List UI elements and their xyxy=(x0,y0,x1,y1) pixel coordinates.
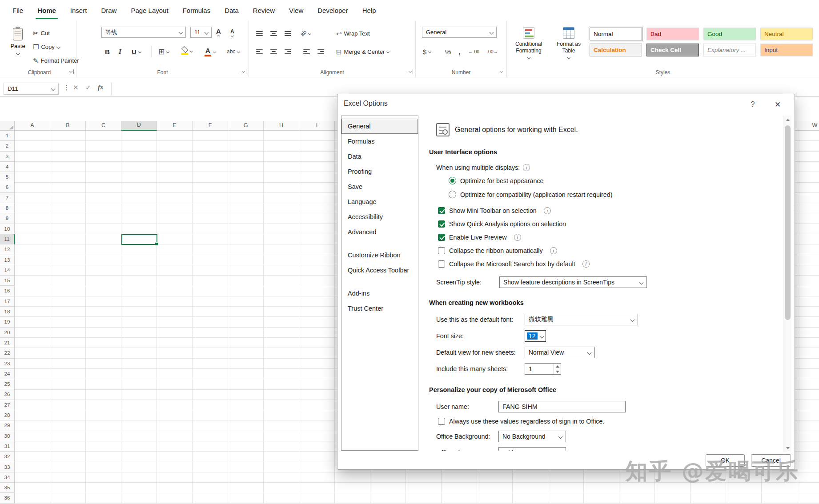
row-header-6[interactable]: 6 xyxy=(0,182,15,192)
number-format-select[interactable]: General xyxy=(422,27,497,38)
name-box[interactable]: D11 xyxy=(4,83,59,95)
column-header-W[interactable]: W xyxy=(797,121,819,131)
default-font-select[interactable]: 微软雅黑 xyxy=(525,314,638,325)
checkbox-mini-toolbar[interactable] xyxy=(438,207,445,214)
dialog-nav-quick-access-toolbar[interactable]: Quick Access Toolbar xyxy=(341,263,418,278)
alignment-dialog-launcher[interactable] xyxy=(408,69,413,74)
column-header-E[interactable]: E xyxy=(157,121,193,131)
row-header-4[interactable]: 4 xyxy=(0,162,15,172)
row-header-8[interactable]: 8 xyxy=(0,203,15,213)
column-header-B[interactable]: B xyxy=(50,121,86,131)
dialog-nav-proofing[interactable]: Proofing xyxy=(341,164,418,179)
default-view-select[interactable]: Normal View xyxy=(525,347,595,358)
paste-button[interactable]: Paste xyxy=(6,25,29,71)
row-header-9[interactable]: 9 xyxy=(0,213,15,224)
column-header-C[interactable]: C xyxy=(86,121,121,131)
checkbox-quick-analysis[interactable] xyxy=(438,220,445,228)
cut-button[interactable]: ✂ Cut xyxy=(33,27,50,39)
wrap-text-button[interactable]: ↩ Wrap Text xyxy=(336,28,370,39)
align-bottom-button[interactable] xyxy=(285,28,291,39)
row-header-15[interactable]: 15 xyxy=(0,276,15,286)
office-background-select[interactable]: No Background xyxy=(498,431,566,442)
screentip-style-select[interactable]: Show feature descriptions in ScreenTips xyxy=(499,276,647,288)
selected-cell[interactable] xyxy=(121,234,157,245)
row-header-3[interactable]: 3 xyxy=(0,152,15,162)
dialog-close-button[interactable]: ✕ xyxy=(771,98,785,111)
dialog-nav-data[interactable]: Data xyxy=(341,149,418,164)
number-dialog-launcher[interactable] xyxy=(499,69,504,74)
dialog-nav-formulas[interactable]: Formulas xyxy=(341,134,418,149)
row-header-29[interactable]: 29 xyxy=(0,420,15,431)
row-header-13[interactable]: 13 xyxy=(0,255,15,265)
underline-button[interactable]: U xyxy=(132,46,141,57)
row-header-24[interactable]: 24 xyxy=(0,369,15,379)
menu-tab-view[interactable]: View xyxy=(282,0,310,21)
percent-style-button[interactable]: % xyxy=(445,46,451,57)
column-header-I[interactable]: I xyxy=(299,121,335,131)
menu-tab-insert[interactable]: Insert xyxy=(63,0,94,21)
row-header-5[interactable]: 5 xyxy=(0,172,15,182)
bold-button[interactable]: B xyxy=(105,46,110,57)
row-header-36[interactable]: 36 xyxy=(0,493,15,503)
row-header-26[interactable]: 26 xyxy=(0,389,15,400)
merge-center-button[interactable]: ⊟ Merge & Center xyxy=(336,46,389,57)
decrease-indent-button[interactable] xyxy=(303,46,310,57)
menu-tab-data[interactable]: Data xyxy=(217,0,246,21)
row-header-30[interactable]: 30 xyxy=(0,431,15,441)
menu-tab-draw[interactable]: Draw xyxy=(94,0,124,21)
checkbox-live-preview[interactable] xyxy=(438,234,445,241)
row-header-10[interactable]: 10 xyxy=(0,224,15,234)
format-painter-button[interactable]: ✎ Format Painter xyxy=(33,55,79,66)
row-header-27[interactable]: 27 xyxy=(0,400,15,410)
comma-style-button[interactable]: , xyxy=(458,46,460,57)
dialog-nav-general[interactable]: General xyxy=(341,119,418,134)
scrollbar-down-button[interactable] xyxy=(783,444,792,452)
checkbox-collapse-search[interactable] xyxy=(438,260,445,268)
row-header-2[interactable]: 2 xyxy=(0,141,15,151)
dialog-nav-trust-center[interactable]: Trust Center xyxy=(341,301,418,316)
copy-button[interactable]: ❐ Copy xyxy=(33,41,60,52)
menu-tab-review[interactable]: Review xyxy=(246,0,282,21)
align-left-button[interactable] xyxy=(256,46,263,57)
cell-style-bad[interactable]: Bad xyxy=(646,28,699,40)
dialog-nav-customize-ribbon[interactable]: Customize Ribbon xyxy=(341,248,418,263)
font-size-combo[interactable]: 11 xyxy=(190,27,212,38)
align-center-button[interactable] xyxy=(270,46,277,57)
office-theme-select[interactable]: White xyxy=(498,447,566,451)
align-top-button[interactable] xyxy=(256,28,263,39)
sheets-count-spinner[interactable]: 1 xyxy=(525,363,561,375)
row-header-31[interactable]: 31 xyxy=(0,441,15,452)
mini-toolbar-info-icon[interactable]: i xyxy=(544,207,551,214)
column-header-D[interactable]: D xyxy=(121,121,157,131)
menu-tab-developer[interactable]: Developer xyxy=(310,0,355,21)
row-header-19[interactable]: 19 xyxy=(0,317,15,327)
row-header-28[interactable]: 28 xyxy=(0,410,15,420)
cell-style-input[interactable]: Input xyxy=(760,44,813,56)
row-header-33[interactable]: 33 xyxy=(0,462,15,472)
user-name-input[interactable]: FANG SIHM xyxy=(498,401,626,412)
menu-tab-file[interactable]: File xyxy=(5,0,30,21)
menu-tab-formulas[interactable]: Formulas xyxy=(176,0,218,21)
cell-style-normal[interactable]: Normal xyxy=(590,28,642,40)
formula-cancel-button[interactable]: ✕ xyxy=(73,84,79,92)
select-all-corner[interactable] xyxy=(0,121,15,131)
row-header-1[interactable]: 1 xyxy=(0,131,15,141)
spinner-arrows[interactable] xyxy=(554,364,561,374)
displays-info-icon[interactable]: i xyxy=(523,164,530,171)
cell-style-calculation[interactable]: Calculation xyxy=(590,44,642,56)
row-header-11[interactable]: 11 xyxy=(0,234,15,244)
clipboard-dialog-launcher[interactable] xyxy=(69,69,74,74)
dialog-scrollbar[interactable] xyxy=(783,116,791,452)
column-header-G[interactable]: G xyxy=(228,121,264,131)
row-header-20[interactable]: 20 xyxy=(0,328,15,338)
collapse-ribbon-info-icon[interactable]: i xyxy=(550,247,557,254)
live-preview-info-icon[interactable]: i xyxy=(514,234,521,241)
conditional-formatting-button[interactable]: Conditional Formatting xyxy=(510,24,547,72)
row-header-21[interactable]: 21 xyxy=(0,338,15,348)
row-header-32[interactable]: 32 xyxy=(0,452,15,462)
row-header-16[interactable]: 16 xyxy=(0,286,15,296)
row-header-34[interactable]: 34 xyxy=(0,472,15,483)
align-right-button[interactable] xyxy=(285,46,291,57)
row-header-7[interactable]: 7 xyxy=(0,193,15,203)
dialog-nav-accessibility[interactable]: Accessibility xyxy=(341,209,418,224)
